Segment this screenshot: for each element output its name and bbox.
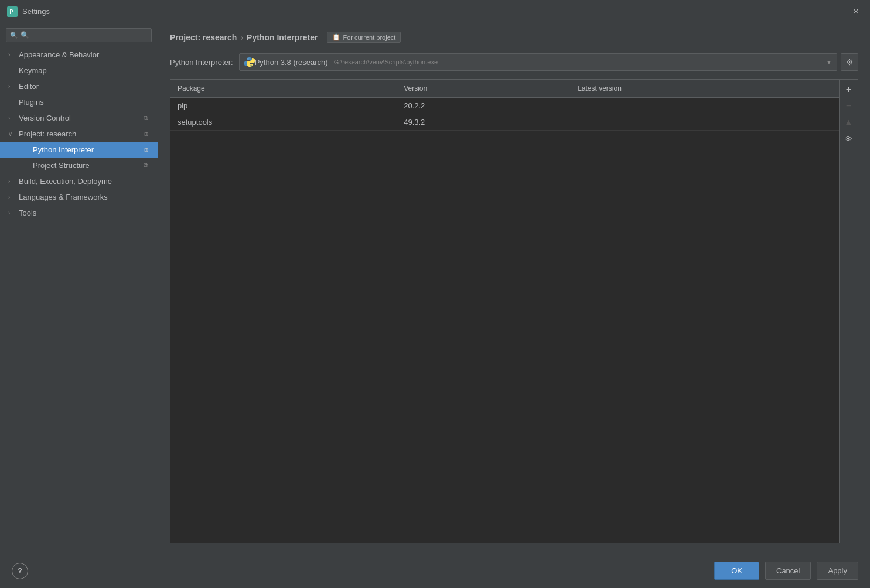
breadcrumb-current: Python Interpreter — [247, 33, 318, 42]
chevron-placeholder — [22, 146, 29, 153]
python-icon — [244, 57, 255, 67]
cell-package: setuptools — [170, 114, 397, 131]
sidebar-item-label: Project: research — [19, 129, 76, 138]
breadcrumb-separator: › — [240, 33, 243, 42]
cell-package: pip — [170, 98, 397, 114]
cancel-button[interactable]: Cancel — [765, 562, 811, 580]
chevron-placeholder — [8, 99, 15, 105]
chevron-placeholder — [22, 162, 29, 169]
cell-latest — [571, 98, 839, 114]
svg-point-3 — [250, 65, 251, 66]
interpreter-label: Python Interpreter: — [170, 58, 233, 67]
interpreter-row: Python Interpreter: — [158, 49, 870, 79]
badge-icon: 📋 — [332, 33, 340, 41]
col-latest-version: Latest version — [571, 80, 839, 98]
remove-package-button[interactable]: − — [841, 98, 857, 114]
interpreter-dropdown[interactable]: Python 3.8 (research) G:\research\venv\S… — [239, 53, 837, 71]
search-input[interactable] — [6, 28, 152, 42]
sidebar-item-label: Appearance & Behavior — [19, 50, 99, 59]
packages-table-scroll[interactable]: Package Version Latest version pip 20.2.… — [170, 80, 839, 543]
sidebar-item-label: Version Control — [19, 114, 71, 122]
sidebar-item-label: Python Interpreter — [33, 145, 94, 154]
copy-icon: ⧉ — [144, 130, 148, 138]
chevron-icon: › — [8, 52, 15, 58]
title-bar: P Settings × — [0, 0, 870, 23]
table-row[interactable]: pip 20.2.2 — [170, 98, 839, 114]
col-package: Package — [170, 80, 397, 98]
table-row[interactable]: setuptools 49.3.2 — [170, 114, 839, 131]
sidebar-item-languages-frameworks[interactable]: › Languages & Frameworks — [0, 189, 158, 205]
sidebar-item-label: Languages & Frameworks — [19, 193, 108, 201]
help-button[interactable]: ? — [12, 563, 28, 579]
sidebar-item-label: Plugins — [19, 98, 44, 107]
sidebar-item-label: Project Structure — [33, 161, 90, 170]
sidebar: 🔍 › Appearance & Behavior Keymap › Edito… — [0, 23, 158, 553]
bottom-bar: ? OK Cancel Apply — [0, 553, 870, 588]
cell-version: 49.3.2 — [397, 114, 571, 131]
breadcrumb: Project: research › Python Interpreter 📋… — [158, 23, 870, 49]
gear-icon: ⚙ — [846, 57, 854, 67]
table-side-buttons: + − ▲ 👁 — [839, 80, 858, 543]
dropdown-arrow-icon: ▼ — [826, 59, 832, 66]
sidebar-item-plugins[interactable]: Plugins — [0, 94, 158, 110]
copy-icon: ⧉ — [144, 114, 148, 122]
sidebar-item-editor[interactable]: › Editor — [0, 78, 158, 94]
interpreter-settings-button[interactable]: ⚙ — [841, 53, 858, 71]
sidebar-item-version-control[interactable]: › Version Control ⧉ — [0, 110, 158, 126]
packages-area: Package Version Latest version pip 20.2.… — [158, 79, 870, 543]
interpreter-select-wrap: Python 3.8 (research) G:\research\venv\S… — [239, 53, 837, 71]
chevron-icon: › — [8, 194, 15, 200]
bottom-right: OK Cancel Apply — [714, 562, 858, 580]
sidebar-item-label: Keymap — [19, 66, 47, 75]
app-icon: P — [7, 6, 18, 17]
cell-version: 20.2.2 — [397, 98, 571, 114]
badge-label: For current project — [343, 34, 395, 41]
sidebar-item-tools[interactable]: › Tools — [0, 205, 158, 221]
main-container: 🔍 › Appearance & Behavior Keymap › Edito… — [0, 23, 870, 553]
interpreter-path: G:\research\venv\Scripts\python.exe — [334, 59, 438, 66]
window-title: Settings — [22, 7, 849, 16]
close-button[interactable]: × — [849, 5, 863, 19]
current-project-badge: 📋 For current project — [327, 32, 401, 43]
packages-table-container: Package Version Latest version pip 20.2.… — [170, 79, 858, 543]
svg-point-2 — [247, 59, 248, 60]
sidebar-item-label: Editor — [19, 82, 39, 91]
sidebar-item-keymap[interactable]: Keymap — [0, 63, 158, 78]
sidebar-item-project-research[interactable]: ∨ Project: research ⧉ — [0, 126, 158, 142]
cell-latest — [571, 114, 839, 131]
chevron-icon: › — [8, 115, 15, 121]
show-paths-button[interactable]: 👁 — [841, 131, 857, 146]
col-version: Version — [397, 80, 571, 98]
search-icon: 🔍 — [10, 32, 18, 39]
sidebar-item-appearance[interactable]: › Appearance & Behavior — [0, 47, 158, 63]
ok-button[interactable]: OK — [714, 562, 759, 580]
scroll-up-button[interactable]: ▲ — [841, 115, 857, 130]
sidebar-item-label: Build, Execution, Deployme — [19, 177, 112, 186]
chevron-icon: › — [8, 210, 15, 216]
packages-table: Package Version Latest version pip 20.2.… — [170, 80, 839, 131]
svg-text:P: P — [9, 8, 13, 16]
breadcrumb-parent: Project: research — [170, 33, 237, 42]
content-area: Project: research › Python Interpreter 📋… — [158, 23, 870, 553]
sidebar-item-label: Tools — [19, 208, 36, 217]
sidebar-item-build-execution[interactable]: › Build, Execution, Deployme — [0, 173, 158, 189]
chevron-icon: › — [8, 178, 15, 184]
interpreter-name: Python 3.8 (research) — [255, 58, 328, 67]
chevron-expand-icon: ∨ — [8, 131, 15, 137]
chevron-icon: › — [8, 83, 15, 90]
chevron-placeholder — [8, 67, 15, 74]
copy-icon: ⧉ — [144, 162, 148, 169]
sidebar-item-python-interpreter[interactable]: Python Interpreter ⧉ — [0, 142, 158, 158]
copy-icon: ⧉ — [144, 146, 148, 153]
sidebar-item-project-structure[interactable]: Project Structure ⧉ — [0, 158, 158, 173]
search-box: 🔍 — [6, 28, 152, 42]
bottom-left: ? — [12, 563, 28, 579]
apply-button[interactable]: Apply — [817, 562, 858, 580]
add-package-button[interactable]: + — [841, 82, 857, 97]
